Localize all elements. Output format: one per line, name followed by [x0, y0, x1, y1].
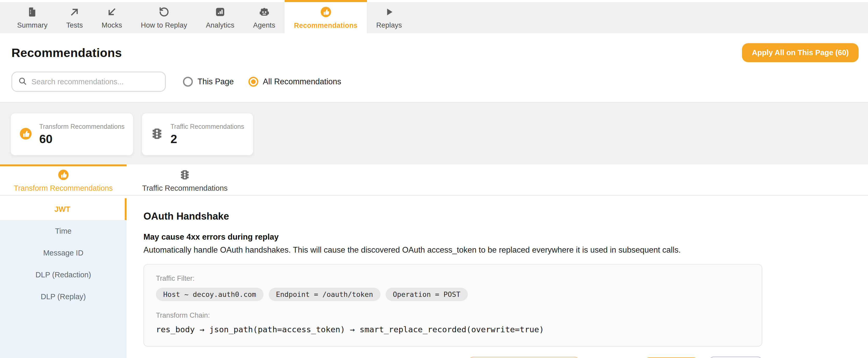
rotate-ccw-icon [158, 6, 170, 18]
thumbs-up-circle-icon [19, 127, 32, 141]
recommendation-warning: May cause 4xx errors during replay [144, 232, 762, 242]
recommendation-type-tabs: Transform Recommendations Traffic Recomm… [0, 164, 868, 196]
sidebar-item-dlp-replay[interactable]: DLP (Replay) [0, 286, 127, 307]
sidebar-item-dlp-redaction[interactable]: DLP (Redaction) [0, 264, 127, 286]
search-input[interactable] [31, 78, 159, 86]
radio-circle[interactable] [183, 77, 193, 87]
transform-recommendations-card: Transform Recommendations 60 [10, 113, 133, 156]
transform-chain-value: res_body → json_path(path=access_token) … [156, 325, 750, 334]
card-value: 2 [170, 132, 244, 146]
subtab-transform-recommendations[interactable]: Transform Recommendations [0, 164, 127, 195]
radio-label: This Page [197, 77, 234, 86]
tab-agents[interactable]: Agents [244, 0, 285, 33]
filter-chip-host: Host ~ decoy.auth0.com [156, 288, 264, 301]
tab-label: Recommendations [294, 22, 358, 30]
tab-mocks[interactable]: Mocks [92, 0, 131, 33]
sidebar-item-jwt[interactable]: JWT [0, 198, 127, 220]
radio-label: All Recommendations [263, 77, 341, 86]
arrow-up-right-icon [69, 6, 80, 18]
tab-recommendations[interactable]: Recommendations [285, 0, 367, 33]
affected-rrpairs-button[interactable]: Affected RRPairs (133) [469, 357, 580, 358]
tab-how-to-replay[interactable]: How to Replay [131, 0, 196, 33]
play-icon [383, 6, 395, 18]
card-label: Traffic Recommendations [170, 123, 244, 130]
search-box[interactable] [11, 72, 166, 92]
page-header: Recommendations Apply All on This Page (… [0, 33, 868, 102]
apply-all-button[interactable]: Apply All on This Page (60) [742, 43, 859, 62]
subtab-traffic-recommendations[interactable]: Traffic Recommendations [127, 164, 243, 195]
sidebar-rest: Time Message ID DLP (Redaction) DLP (Rep… [0, 220, 127, 358]
arrow-down-left-icon [106, 6, 118, 18]
search-icon [18, 77, 27, 87]
document-icon [27, 6, 38, 18]
traffic-filter-box: Traffic Filter: Host ~ decoy.auth0.com E… [144, 264, 762, 347]
bar-chart-icon [214, 6, 226, 18]
traffic-recommendations-card: Traffic Recommendations 2 [142, 113, 253, 156]
top-tab-bar: Summary Tests Mocks How to Replay Analyt… [0, 0, 868, 33]
robot-icon [258, 6, 270, 18]
traffic-filter-label: Traffic Filter: [156, 274, 750, 282]
tab-label: Analytics [206, 21, 235, 29]
transform-chain-label: Transform Chain: [156, 311, 750, 320]
tab-summary[interactable]: Summary [8, 0, 57, 33]
card-label: Transform Recommendations [39, 123, 124, 130]
tab-label: Summary [17, 21, 48, 29]
tab-label: Mocks [102, 21, 122, 29]
tab-label: Tests [66, 21, 83, 29]
thumbs-up-circle-icon [320, 6, 332, 18]
tab-label: Replays [376, 21, 402, 29]
filter-chip-operation: Operation = POST [386, 288, 468, 301]
recommendation-description: Automatically handle OAuth handshakes. T… [144, 245, 762, 255]
traffic-light-icon [179, 169, 191, 182]
recommendation-title: OAuth Handshake [144, 211, 762, 222]
radio-this-page[interactable]: This Page [183, 77, 234, 87]
radio-circle-checked[interactable] [248, 77, 258, 87]
tab-tests[interactable]: Tests [57, 0, 92, 33]
ignore-button[interactable]: Ignore [709, 356, 762, 358]
tab-replays[interactable]: Replays [367, 0, 411, 33]
page-title: Recommendations [11, 46, 122, 60]
tab-label: How to Replay [141, 21, 187, 29]
radio-all-recommendations[interactable]: All Recommendations [248, 77, 341, 87]
action-row: Affected RRPairs (133) Learn More Apply … [144, 356, 762, 358]
sidebar-item-time[interactable]: Time [0, 220, 127, 242]
body-row: JWT Time Message ID DLP (Redaction) DLP … [0, 196, 868, 358]
card-value: 60 [39, 132, 124, 146]
recommendation-detail: OAuth Handshake May cause 4xx errors dur… [127, 196, 868, 358]
filter-chip-endpoint: Endpoint = /oauth/token [269, 288, 380, 301]
traffic-light-icon [150, 127, 164, 141]
subtab-label: Traffic Recommendations [142, 184, 228, 193]
summary-cards-band: Transform Recommendations 60 Traffic Rec… [0, 102, 868, 164]
subtab-label: Transform Recommendations [14, 184, 113, 193]
tab-analytics[interactable]: Analytics [196, 0, 244, 33]
thumbs-up-circle-icon [57, 169, 69, 182]
sidebar-item-message-id[interactable]: Message ID [0, 242, 127, 264]
category-sidebar: JWT Time Message ID DLP (Redaction) DLP … [0, 196, 127, 358]
tab-label: Agents [253, 21, 275, 29]
